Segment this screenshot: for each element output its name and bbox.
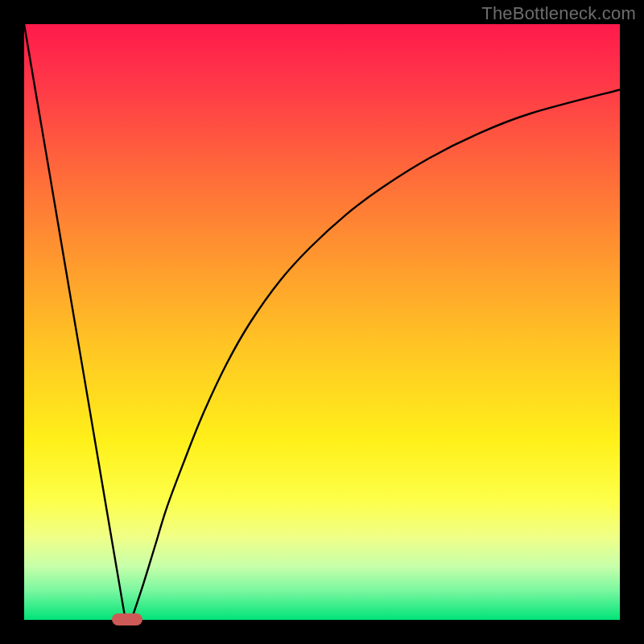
watermark-text: TheBottleneck.com xyxy=(481,3,636,24)
right-branch-line xyxy=(131,89,620,620)
optimal-marker xyxy=(112,613,142,625)
plot-area xyxy=(24,24,620,620)
chart-frame: TheBottleneck.com xyxy=(0,0,644,644)
left-branch-line xyxy=(24,24,126,620)
curve-layer xyxy=(24,24,620,620)
